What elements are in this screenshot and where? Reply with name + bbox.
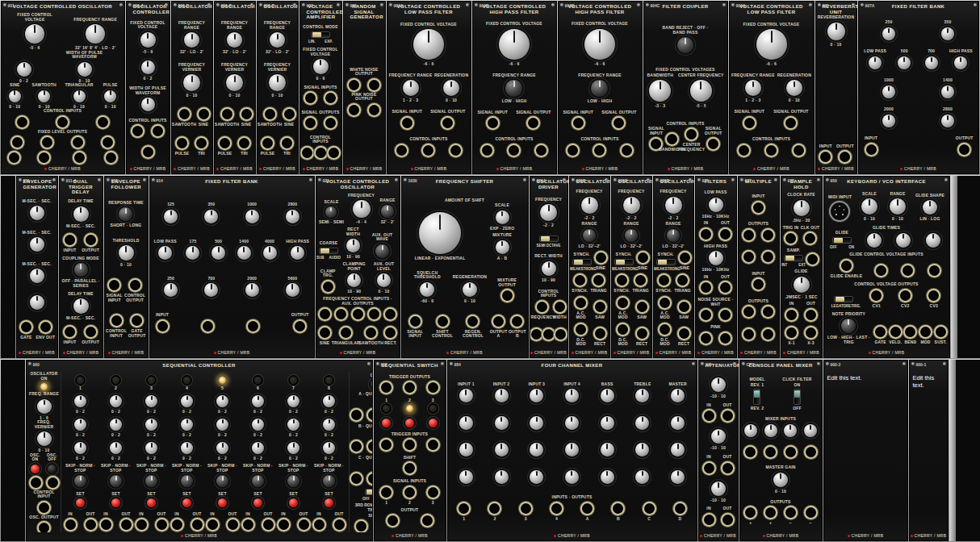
a-c-mod-jack[interactable]	[660, 298, 669, 307]
knob-knob[interactable]	[601, 443, 614, 457]
2000-knob[interactable]	[882, 115, 895, 127]
output-b-jack[interactable]	[513, 317, 521, 326]
10hz-10khz-knob[interactable]	[709, 198, 723, 212]
step-1-set-button[interactable]	[76, 498, 85, 507]
knob-knob[interactable]	[530, 443, 543, 457]
tri-jack[interactable]	[240, 139, 249, 148]
out-jack[interactable]	[806, 311, 815, 319]
step-3-knob-1[interactable]	[145, 395, 157, 407]
10hz-10khz-knob[interactable]	[709, 251, 723, 265]
patch-jack[interactable]	[306, 94, 315, 102]
patch-jack[interactable]	[537, 146, 546, 155]
patch-jack[interactable]	[103, 138, 112, 147]
0-10-knob[interactable]	[773, 473, 788, 487]
patch-jack[interactable]	[764, 307, 773, 316]
squelch-threshold-knob[interactable]	[420, 282, 434, 297]
1-jack[interactable]	[459, 504, 468, 513]
patch-jack[interactable]	[31, 478, 40, 487]
patch-jack[interactable]	[754, 280, 763, 289]
knob-knob[interactable]	[671, 470, 685, 484]
1-6-knob[interactable]	[37, 399, 52, 414]
patch-jack[interactable]	[48, 478, 57, 487]
sine-jack[interactable]	[597, 253, 605, 262]
700-knob[interactable]	[925, 56, 938, 69]
0-10-knob[interactable]	[226, 74, 243, 91]
2msec-1-sec-knob[interactable]	[794, 277, 810, 293]
patch-jack[interactable]	[794, 146, 803, 155]
step-8-out-jack[interactable]	[335, 520, 344, 529]
range-knob[interactable]	[890, 198, 906, 215]
control-input-jack[interactable]	[40, 503, 48, 512]
in-jack[interactable]	[705, 411, 714, 420]
low-pass-knob[interactable]	[158, 246, 172, 260]
knob-knob[interactable]	[601, 470, 614, 484]
signal-input-jack[interactable]	[488, 119, 497, 127]
a-jack[interactable]	[583, 504, 592, 513]
knob-knob[interactable]	[565, 416, 579, 430]
2-jack[interactable]	[490, 504, 499, 513]
step-7-in-jack[interactable]	[279, 520, 288, 529]
350-knob[interactable]	[941, 27, 954, 40]
rect-jack[interactable]	[596, 329, 605, 338]
patch-jack[interactable]	[369, 442, 372, 451]
step-2-knob-1[interactable]	[110, 395, 122, 407]
in-jack[interactable]	[705, 464, 714, 473]
step-5-knob-2[interactable]	[216, 419, 228, 431]
saw-jack[interactable]	[638, 302, 647, 311]
1000-knob[interactable]	[245, 210, 259, 223]
patch-jack[interactable]	[43, 138, 52, 147]
patch-jack[interactable]	[153, 127, 162, 136]
step-5-knob-1[interactable]	[216, 395, 228, 407]
push-button[interactable]	[405, 419, 414, 427]
knob-knob[interactable]	[804, 424, 817, 437]
2800-knob[interactable]	[286, 210, 299, 223]
pulse-jack[interactable]	[178, 139, 186, 148]
velo-jack[interactable]	[891, 327, 900, 336]
low-high-knob[interactable]	[505, 80, 522, 97]
5600-knob[interactable]	[286, 283, 299, 297]
osc-on-button[interactable]	[31, 465, 40, 473]
1000-knob[interactable]	[882, 85, 895, 98]
a-c-mod-jack[interactable]	[618, 298, 627, 307]
knob-knob[interactable]	[635, 470, 649, 484]
coarse-switch[interactable]	[319, 248, 338, 254]
step-3-in-jack[interactable]	[137, 520, 146, 529]
3hz-30-knob[interactable]	[794, 200, 810, 216]
10-10-knob[interactable]	[711, 377, 726, 392]
output-a-jack[interactable]	[494, 317, 503, 326]
patch-jack[interactable]	[544, 330, 553, 339]
short-long-knob[interactable]	[119, 207, 132, 221]
tri-jack[interactable]	[283, 139, 291, 148]
patch-jack[interactable]	[382, 383, 391, 392]
rect-jack[interactable]	[638, 329, 647, 338]
patch-jack[interactable]	[786, 508, 795, 517]
500-knob[interactable]	[898, 56, 911, 69]
step-5-knob-3[interactable]	[216, 442, 228, 454]
step-8-mode-knob[interactable]	[323, 475, 335, 487]
low-pass-knob[interactable]	[869, 56, 882, 69]
step-5-set-button[interactable]	[218, 498, 227, 507]
glide-enable-jack[interactable]	[842, 261, 851, 270]
triangular-jack[interactable]	[341, 328, 350, 337]
step-7-mode-knob[interactable]	[287, 475, 299, 487]
x-1-jack[interactable]	[787, 328, 796, 337]
patch-jack[interactable]	[767, 146, 776, 155]
input-4-knob[interactable]	[565, 389, 579, 402]
d-c-mod-jack[interactable]	[576, 325, 585, 334]
patch-jack[interactable]	[764, 231, 773, 240]
in-jack[interactable]	[701, 283, 710, 292]
patch-jack[interactable]	[352, 474, 361, 483]
0-10-knob[interactable]	[183, 74, 200, 91]
signal-output-jack[interactable]	[786, 119, 795, 127]
patch-jack[interactable]	[405, 440, 414, 449]
patch-jack[interactable]	[386, 310, 395, 319]
tri-jack[interactable]	[197, 139, 206, 148]
pulse-jack[interactable]	[220, 139, 229, 148]
0-6-knob[interactable]	[313, 59, 329, 74]
control-output-jack[interactable]	[131, 281, 140, 290]
2-2-knob[interactable]	[623, 197, 640, 214]
4-jack[interactable]	[552, 504, 561, 513]
patch-jack[interactable]	[13, 138, 22, 147]
frequency-range-knob[interactable]	[745, 80, 761, 96]
patch-jack[interactable]	[701, 334, 710, 343]
